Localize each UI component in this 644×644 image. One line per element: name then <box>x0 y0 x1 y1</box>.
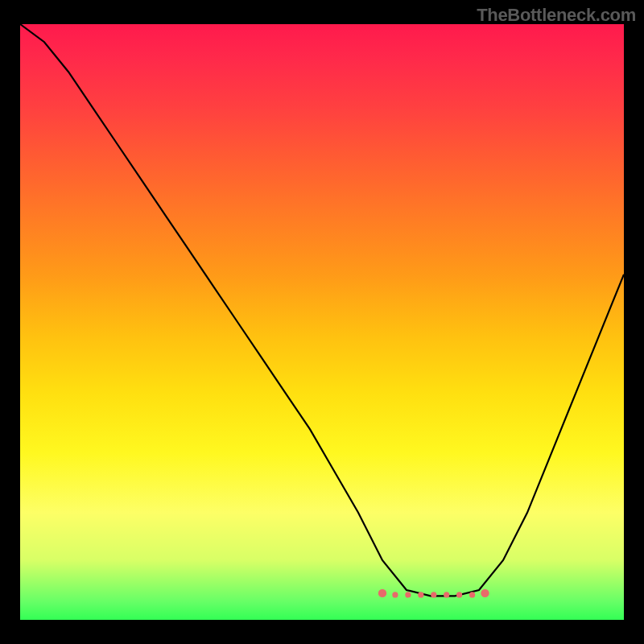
svg-point-3 <box>418 592 423 597</box>
svg-point-8 <box>481 589 489 597</box>
svg-point-0 <box>378 589 386 597</box>
svg-point-1 <box>392 592 398 597</box>
bottleneck-curve <box>20 24 624 596</box>
svg-point-5 <box>444 592 449 597</box>
svg-point-2 <box>405 592 411 597</box>
optimal-highlight-band <box>378 589 489 598</box>
chart-curve-svg <box>20 24 624 620</box>
chart-plot-area <box>20 24 624 620</box>
svg-point-6 <box>456 592 462 597</box>
svg-point-7 <box>469 592 475 597</box>
svg-point-4 <box>431 592 436 597</box>
watermark-text: TheBottleneck.com <box>477 5 636 26</box>
